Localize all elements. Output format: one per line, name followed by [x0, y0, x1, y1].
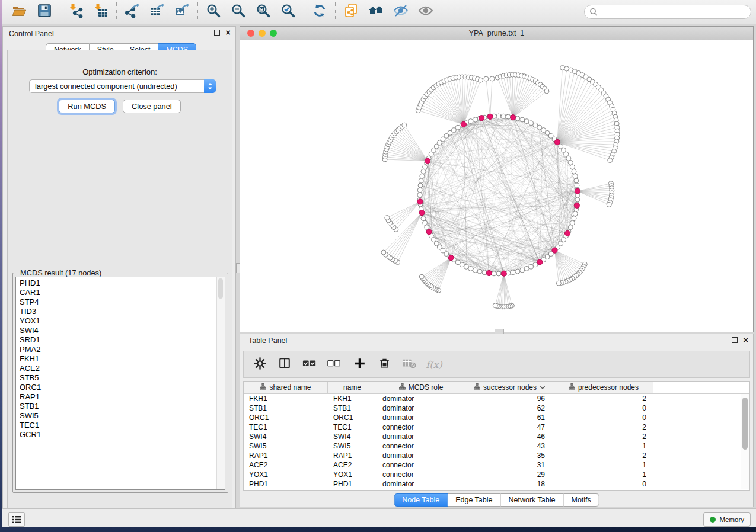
- mcds-result-list[interactable]: PHD1CAR1STP4TID3YOX1SWI4SRD1PMA2FKH1ACE2…: [15, 277, 225, 490]
- table-row[interactable]: TEC1TEC1connector472: [244, 422, 749, 432]
- zoom-fit-button[interactable]: [251, 2, 276, 22]
- table-row[interactable]: SWI4SWI4dominator462: [244, 432, 749, 441]
- mcds-result-item[interactable]: TEC1: [20, 421, 217, 430]
- export-image-button[interactable]: [170, 2, 194, 22]
- table-row[interactable]: PHD1PHD1dominator180: [244, 479, 749, 489]
- close-panel-button[interactable]: Close panel: [123, 100, 181, 113]
- export-network-button[interactable]: [120, 2, 145, 22]
- open-file-button[interactable]: [7, 2, 32, 22]
- export-network-icon: [125, 3, 140, 21]
- table-scrollbar-thumb[interactable]: [742, 398, 748, 450]
- mcds-tab-pane: Optimization criterion: largest connecte…: [7, 50, 232, 527]
- settings-gear-button[interactable]: [252, 355, 267, 373]
- cell-mcds_role: connector: [377, 461, 465, 469]
- optimization-criterion-label: Optimization criterion:: [8, 68, 232, 76]
- zoom-selected-button[interactable]: [276, 2, 301, 22]
- column-header-name[interactable]: name: [328, 382, 377, 393]
- home-networks-button[interactable]: [363, 2, 388, 22]
- refresh-layout-button[interactable]: [307, 2, 332, 22]
- import-table-icon: [93, 3, 109, 21]
- mcds-result-item[interactable]: SWI4: [20, 326, 217, 335]
- mcds-result-item[interactable]: FKH1: [20, 354, 217, 364]
- table-row[interactable]: FKH1FKH1dominator962: [244, 394, 749, 403]
- table-row[interactable]: SWI5SWI5connector431: [244, 441, 749, 451]
- close-panel-icon[interactable]: ×: [225, 29, 231, 36]
- mcds-result-group: MCDS result (17 nodes) PHD1CAR1STP4TID3Y…: [12, 273, 228, 493]
- tab-node-table[interactable]: Node Table: [394, 493, 448, 507]
- table-row[interactable]: ORC1ORC1dominator610: [244, 413, 749, 422]
- mcds-result-item[interactable]: RAP1: [20, 392, 217, 402]
- network-window-titlebar[interactable]: YPA_prune.txt_1: [240, 27, 753, 40]
- toggle-columns-button[interactable]: [277, 355, 292, 373]
- column-header-MCDS-role[interactable]: MCDS role: [377, 382, 465, 393]
- tab-network-table[interactable]: Network Table: [501, 493, 564, 507]
- import-table-button[interactable]: [88, 2, 113, 22]
- cell-predecessors: 1: [554, 461, 653, 469]
- select-all-rows-button[interactable]: [302, 355, 317, 373]
- hide-visibility-button[interactable]: [388, 2, 413, 22]
- float-panel-icon[interactable]: [214, 30, 220, 36]
- float-table-panel-icon[interactable]: [732, 337, 738, 343]
- column-header-predecessor-nodes[interactable]: predecessor nodes: [554, 382, 653, 393]
- mcds-result-item[interactable]: CAR1: [20, 288, 217, 297]
- cell-shared_name: FKH1: [244, 395, 328, 403]
- toggle-columns-icon: [278, 357, 291, 372]
- mcds-result-item[interactable]: STP4: [20, 297, 217, 307]
- table-row[interactable]: STB1STB1dominator620: [244, 403, 749, 413]
- zoom-selected-icon: [280, 3, 296, 21]
- network-canvas[interactable]: [240, 40, 753, 332]
- criterion-select[interactable]: largest connected component (undirected): [29, 79, 216, 93]
- table-row[interactable]: ACE2ACE2connector311: [244, 460, 749, 470]
- mcds-result-item[interactable]: TID3: [20, 307, 217, 316]
- table-scrollbar[interactable]: [741, 394, 749, 489]
- show-visibility-button[interactable]: [413, 2, 438, 22]
- mcds-result-item[interactable]: SRD1: [20, 335, 217, 345]
- tab-motifs[interactable]: Motifs: [563, 493, 599, 507]
- mcds-result-item[interactable]: PMA2: [20, 345, 217, 354]
- column-header-successor-nodes[interactable]: successor nodes: [465, 382, 554, 393]
- function-builder-icon: f(x): [426, 359, 442, 370]
- cell-mcds_role: connector: [377, 442, 465, 450]
- zoom-in-button[interactable]: [201, 2, 226, 22]
- mcds-result-item[interactable]: ACE2: [20, 364, 217, 373]
- mcds-result-item[interactable]: YOX1: [20, 316, 217, 326]
- mcds-list-scrollbar[interactable]: [216, 277, 225, 489]
- memory-button[interactable]: Memory: [703, 512, 751, 527]
- cell-successors: 47: [465, 423, 554, 431]
- save-session-button[interactable]: [32, 2, 57, 22]
- criterion-select-value: largest connected component (undirected): [30, 82, 204, 91]
- table-row[interactable]: RAP1RAP1dominator352: [244, 451, 749, 460]
- delete-columns-icon: [378, 357, 391, 372]
- mcds-result-item[interactable]: SWI5: [20, 411, 217, 421]
- clone-network-button[interactable]: [339, 2, 363, 22]
- table-panel: Table Panel × f(x) shared namenameMCDS r…: [240, 334, 754, 507]
- delete-table-button: [401, 355, 417, 373]
- export-table-button[interactable]: [145, 2, 170, 22]
- column-header-shared-name[interactable]: shared name: [244, 382, 328, 393]
- toolbar-separator: [60, 2, 60, 21]
- mcds-result-item[interactable]: ORC1: [20, 383, 217, 392]
- mcds-result-item[interactable]: GCR1: [20, 430, 217, 440]
- delete-columns-button[interactable]: [377, 355, 392, 373]
- mcds-result-item[interactable]: STB1: [20, 402, 217, 411]
- node-table: shared namenameMCDS rolesuccessor nodesp…: [243, 381, 750, 491]
- cell-shared_name: TEC1: [244, 423, 328, 431]
- memory-status-icon: [710, 517, 716, 523]
- cell-predecessors: 2: [554, 451, 653, 460]
- cell-predecessors: 2: [554, 395, 653, 403]
- mcds-result-item[interactable]: PHD1: [20, 278, 217, 288]
- tab-edge-table[interactable]: Edge Table: [448, 493, 500, 507]
- table-row[interactable]: YOX1YOX1connector291: [244, 470, 749, 479]
- search-input[interactable]: [601, 7, 746, 17]
- deselect-all-rows-button[interactable]: [327, 355, 342, 373]
- import-network-button[interactable]: [63, 2, 88, 22]
- task-list-icon: [12, 515, 21, 524]
- run-mcds-button[interactable]: Run MCDS: [59, 100, 115, 113]
- cell-successors: 62: [465, 404, 554, 412]
- add-column-button[interactable]: [352, 355, 367, 373]
- task-history-button[interactable]: [8, 512, 25, 527]
- close-table-panel-icon[interactable]: ×: [743, 336, 748, 344]
- zoom-out-button[interactable]: [226, 2, 251, 22]
- mcds-result-item[interactable]: STB5: [20, 373, 217, 383]
- search-box[interactable]: [584, 5, 751, 19]
